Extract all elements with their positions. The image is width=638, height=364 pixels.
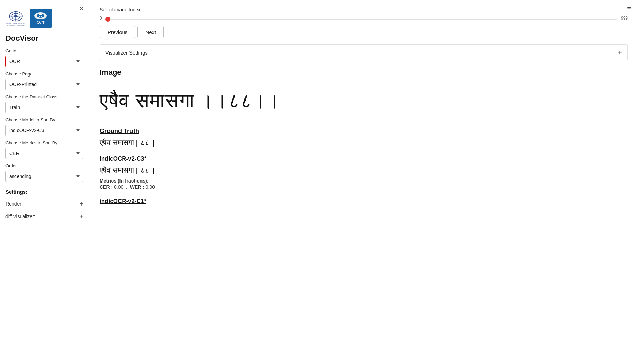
- select-image-label: Select image Index: [100, 7, 628, 12]
- slider-wrapper: [105, 15, 617, 21]
- ground-truth-text: एषैव समासगा || ८८ ||: [100, 138, 628, 147]
- diff-visualizer-plus-button[interactable]: +: [79, 213, 83, 220]
- cer-value: 0.00: [114, 184, 123, 190]
- order-label: Order: [5, 163, 83, 168]
- sidebar: ✕ INTERNATIONAL INSTITUTE INFORMATION TE…: [0, 0, 89, 364]
- goto-select[interactable]: OCR: [5, 56, 83, 67]
- dataset-class-label: Choose the Dataset Class: [5, 94, 83, 99]
- sort-model-select[interactable]: indicOCR-v2-C3: [5, 125, 83, 136]
- wer-label: WER :: [130, 184, 144, 190]
- ground-truth-heading: Ground Truth: [100, 128, 628, 135]
- visualizer-settings-plus-icon: +: [618, 49, 622, 57]
- svg-text:INFORMATION TECHNOLOGY: INFORMATION TECHNOLOGY: [7, 25, 25, 26]
- model1-heading: indicOCR-v2-C3*: [100, 155, 628, 162]
- previous-button[interactable]: Previous: [100, 26, 135, 38]
- next-button[interactable]: Next: [137, 26, 164, 38]
- sort-metrics-select[interactable]: CER: [5, 148, 83, 159]
- diff-visualizer-label: diff Visualizer:: [5, 214, 35, 219]
- cer-label: CER :: [100, 184, 113, 190]
- visualizer-settings-bar[interactable]: Visualizer Settings +: [100, 44, 628, 61]
- wer-value: 0.00: [146, 184, 155, 190]
- metrics-values: CER : 0.00 , WER : 0.00: [100, 184, 628, 190]
- svg-text:INTERNATIONAL INSTITUTE: INTERNATIONAL INSTITUTE: [6, 22, 26, 24]
- metrics-title: Metrics (In fractions):: [100, 178, 148, 184]
- model2-heading: indicOCR-v2-C1*: [100, 198, 628, 205]
- image-section-heading: Image: [100, 68, 628, 77]
- choose-page-select[interactable]: OCR-Printed: [5, 79, 83, 90]
- sort-model-label: Choose Model to Sort By: [5, 117, 83, 122]
- logo-area: INTERNATIONAL INSTITUTE INFORMATION TECH…: [5, 9, 83, 28]
- visualizer-settings-label: Visualizer Settings: [105, 50, 148, 56]
- render-label: Render:: [5, 201, 23, 207]
- main-content: ≡ Select image Index 0 999 Previous Next…: [89, 0, 638, 364]
- sort-metrics-label: Choose Metrics to Sort By: [5, 140, 83, 145]
- image-display: एषैव समासगा ।।८८।।: [100, 82, 628, 119]
- metrics-block: Metrics (In fractions): CER : 0.00 , WER…: [100, 178, 628, 190]
- image-index-slider[interactable]: [105, 19, 617, 20]
- goto-label: Go to: [5, 48, 83, 54]
- diff-visualizer-row: diff Visualizer: +: [5, 210, 83, 223]
- hamburger-button[interactable]: ≡: [627, 5, 631, 13]
- hamburger-icon: ≡: [627, 5, 631, 12]
- app-title: DocVisor: [5, 34, 83, 43]
- slider-container: 0 999: [100, 15, 628, 21]
- top-bar: ≡: [627, 5, 631, 13]
- svg-point-11: [39, 15, 42, 17]
- image-devanagari-text: एषैव समासगा ।।८८।।: [100, 89, 628, 113]
- slider-min: 0: [100, 16, 102, 21]
- order-select[interactable]: ascending: [5, 171, 83, 182]
- iiit-logo: INTERNATIONAL INSTITUTE INFORMATION TECH…: [5, 10, 26, 27]
- close-button[interactable]: ✕: [79, 5, 84, 12]
- choose-page-label: Choose Page:: [5, 71, 83, 77]
- model1-text: एषैव समासगा || ८८ ||: [100, 166, 628, 175]
- slider-max: 999: [621, 16, 628, 21]
- dataset-class-select[interactable]: Train: [5, 102, 83, 113]
- svg-text:CVIT: CVIT: [37, 21, 45, 25]
- cvit-logo: CVIT: [30, 9, 52, 28]
- nav-buttons: Previous Next: [100, 26, 628, 38]
- render-row: Render: +: [5, 198, 83, 210]
- settings-heading: Settings:: [5, 189, 83, 195]
- close-icon: ✕: [79, 5, 84, 12]
- render-plus-button[interactable]: +: [79, 200, 83, 207]
